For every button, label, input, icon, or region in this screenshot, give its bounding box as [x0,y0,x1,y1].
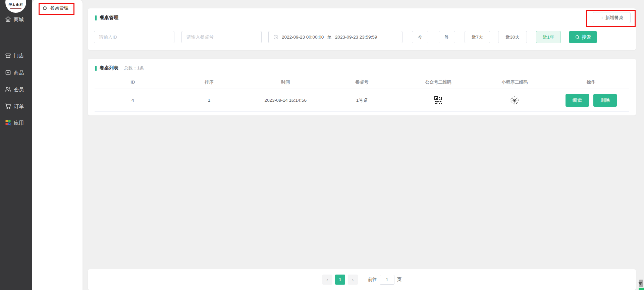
section-accent-bar [95,15,97,20]
miniprogram-qr-icon [510,96,519,105]
chevron-right-icon: › [352,277,354,283]
goto-page-group: 前往 页 [368,275,402,285]
cell-time: 2023-08-14 16:14:56 [247,98,324,103]
clock-icon [273,35,278,40]
table-no-input[interactable] [181,31,262,43]
sidebar-item-store[interactable]: 门店 [0,50,32,62]
table-list-title: 餐桌列表 [100,65,118,71]
scroll-progress-strip [639,288,644,290]
column-header-time: 时间 [247,79,324,85]
delete-button[interactable]: 删除 [593,94,617,107]
search-icon [575,35,580,40]
cell-actions: 编辑 删除 [553,94,629,107]
cell-miniprogram-qr [477,96,553,105]
goto-label: 前往 [368,277,377,283]
filter-card-header: 餐桌管理 [95,15,118,21]
column-header-table-no: 餐桌号 [324,79,400,85]
prev-page-button[interactable]: ‹ [322,275,332,285]
table-total-count: 总数：1条 [124,65,144,71]
pagination: ‹ 1 › 前往 页 [88,269,636,290]
pagination-card: ‹ 1 › 前往 页 [88,269,636,290]
apps-icon [5,119,11,127]
mouse-cursor-icon [638,282,642,285]
sub-sidebar: 餐桌管理 [32,0,83,290]
column-header-miniprogram-qr: 小程序二维码 [477,79,553,85]
cell-official-qr [400,96,477,104]
filter-row: 2022-09-23 00:00:00 至 2023-09-23 23:59:5… [88,31,636,43]
date-separator: 至 [327,34,332,40]
search-button[interactable]: 搜索 [569,31,597,43]
goods-icon [5,69,11,77]
cell-table-no: 1号桌 [324,97,400,103]
add-table-button-label: 新增餐桌 [605,15,624,21]
page-title: 餐桌管理 [100,15,118,21]
submenu-item-label: 餐桌管理 [50,5,68,11]
quick-filter-7days[interactable]: 近7天 [465,31,490,43]
sidebar-item-label: 商品 [14,70,24,76]
table-card: 餐桌列表 总数：1条 ID 排序 时间 餐桌号 公众号二维码 小程序二维码 操作… [88,59,636,115]
sidebar-item-members[interactable]: 会员 [0,84,32,96]
id-input[interactable] [94,31,174,43]
sidebar-item-apps[interactable]: 应用 [0,117,32,129]
next-page-button[interactable]: › [348,275,358,285]
brand-logo: 华太食府 [5,0,26,13]
sidebar-item-label: 会员 [14,87,24,93]
column-header-id: ID [95,80,171,85]
date-range-picker[interactable]: 2022-09-23 00:00:00 至 2023-09-23 23:59:5… [268,31,402,43]
radio-circle-icon [43,6,47,10]
page-number-button[interactable]: 1 [335,275,345,285]
table-row: 4 1 2023-08-14 16:14:56 1号桌 [95,89,629,112]
members-icon [5,86,11,94]
column-header-sort: 排序 [171,79,248,85]
brand-logo-subtitle-line [10,8,21,9]
quick-filter-1year[interactable]: 近1年 [536,31,561,43]
quick-filter-yesterday[interactable]: 昨 [439,31,455,43]
page-unit-label: 页 [397,277,402,283]
sidebar-item-label: 商城 [14,16,24,23]
store-icon [5,52,11,60]
cell-sort: 1 [171,98,248,103]
quick-filter-today[interactable]: 今 [412,31,428,43]
sidebar-item-label: 订单 [14,103,24,110]
sidebar-item-label: 应用 [14,120,24,126]
official-account-qr-icon [434,96,442,104]
quick-filter-30days[interactable]: 近30天 [498,31,527,43]
brand-logo-title: 华太食府 [8,2,23,7]
edit-button[interactable]: 编辑 [566,94,589,107]
table-card-header: 餐桌列表 总数：1条 [95,65,144,71]
sidebar-item-label: 门店 [14,53,24,59]
section-accent-bar [95,66,97,71]
main-sidebar: 华太食府 商城 门店 商品 [0,0,32,290]
table-header-row: ID 排序 时间 餐桌号 公众号二维码 小程序二维码 操作 [95,76,629,89]
sidebar-item-mall[interactable]: 商城 [0,13,32,26]
cell-id: 4 [95,98,171,103]
submenu-item-table-management[interactable]: 餐桌管理 [32,2,83,14]
goto-page-input[interactable] [380,275,394,285]
chevron-left-icon: ‹ [326,277,328,283]
cart-icon [5,103,11,110]
home-icon [5,16,11,23]
date-end-value: 2023-09-23 23:59:59 [335,35,377,40]
column-header-actions: 操作 [553,79,629,85]
plus-icon: ＋ [600,15,604,21]
sidebar-item-orders[interactable]: 订单 [0,100,32,112]
filter-card: 餐桌管理 ＋ 新增餐桌 2022-09-23 00:00:00 至 2023-0… [88,8,636,50]
sidebar-item-goods[interactable]: 商品 [0,67,32,79]
tables-data-table: ID 排序 时间 餐桌号 公众号二维码 小程序二维码 操作 4 1 2023-0… [95,76,629,112]
add-table-button[interactable]: ＋ 新增餐桌 [593,12,631,23]
column-header-official-qr: 公众号二维码 [400,79,477,85]
date-start-value: 2022-09-23 00:00:00 [282,35,324,40]
search-button-label: 搜索 [582,34,591,40]
